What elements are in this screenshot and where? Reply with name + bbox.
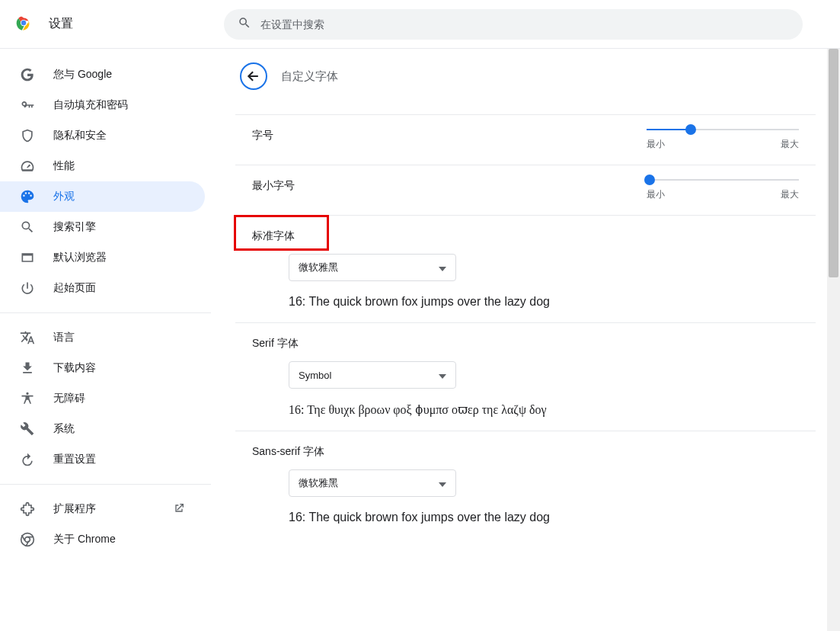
slider-max-label: 最大 — [781, 138, 799, 151]
sidebar-item-label: 语言 — [53, 331, 75, 344]
sidebar-item-system[interactable]: 系统 — [0, 414, 205, 444]
dropdown-value: Symbol — [299, 370, 331, 381]
sans-font-label: Sans-serif 字体 — [252, 445, 324, 457]
app-header: 设置 — [0, 0, 840, 49]
sidebar-item-privacy[interactable]: 隐私和安全 — [0, 120, 205, 151]
standard-font-preview: 16: The quick brown fox jumps over the l… — [289, 295, 799, 309]
sans-font-preview: 16: The quick brown fox jumps over the l… — [289, 511, 799, 524]
section-serif-font: Serif 字体 Symbol 16: Τηε θυιχκ βροων φοξ … — [235, 322, 816, 431]
browser-icon — [20, 250, 35, 265]
sidebar-item-appearance[interactable]: 外观 — [0, 181, 205, 212]
chrome-icon — [20, 532, 35, 547]
sidebar-item-reset[interactable]: 重置设置 — [0, 444, 205, 475]
sidebar-item-on-startup[interactable]: 起始页面 — [0, 273, 205, 303]
sidebar-item-search-engine[interactable]: 搜索引擎 — [0, 212, 205, 242]
google-icon — [20, 67, 35, 82]
wrench-icon — [20, 421, 35, 437]
nav-divider — [0, 312, 211, 313]
dropdown-value: 微软雅黑 — [299, 261, 338, 274]
sidebar-item-label: 搜索引擎 — [53, 220, 96, 234]
min-fontsize-label: 最小字号 — [252, 179, 295, 193]
sidebar-item-accessibility[interactable]: 无障碍 — [0, 383, 205, 414]
section-fontsize: 字号 最小 最大 — [235, 114, 816, 165]
search-input[interactable] — [260, 18, 789, 30]
scrollbar[interactable] — [827, 49, 840, 631]
sidebar-item-label: 外观 — [53, 190, 75, 203]
standard-font-label: 标准字体 — [252, 229, 295, 242]
section-standard-font: 标准字体 微软雅黑 16: The quick brown fox jumps … — [235, 215, 816, 322]
serif-font-label: Serif 字体 — [252, 337, 299, 349]
sidebar-item-label: 隐私和安全 — [53, 129, 107, 143]
sidebar-item-label: 自动填充和密码 — [53, 98, 128, 112]
svg-point-2 — [21, 21, 26, 25]
sidebar-item-label: 起始页面 — [53, 281, 96, 295]
sidebar-item-extensions[interactable]: 扩展程序 — [0, 494, 205, 524]
chevron-down-icon — [439, 478, 446, 489]
translate-icon — [20, 330, 35, 345]
key-icon — [20, 98, 35, 113]
fontsize-label: 字号 — [252, 129, 273, 143]
app-title: 设置 — [49, 16, 73, 32]
slider-max-label: 最大 — [781, 188, 799, 201]
sidebar: 您与 Google 自动填充和密码 隐私和安全 性能 外观 搜索引擎 默认浏览器 — [0, 49, 211, 631]
sidebar-item-about-chrome[interactable]: 关于 Chrome — [0, 524, 205, 555]
standard-font-select[interactable]: 微软雅黑 — [289, 254, 456, 281]
scrollbar-thumb[interactable] — [829, 49, 838, 277]
shield-icon — [20, 128, 35, 143]
sidebar-item-you-and-google[interactable]: 您与 Google — [0, 59, 205, 90]
power-icon — [20, 280, 35, 296]
chevron-down-icon — [439, 262, 446, 274]
dropdown-value: 微软雅黑 — [299, 476, 338, 490]
accessibility-icon — [20, 391, 35, 406]
gauge-icon — [20, 159, 35, 174]
extension-icon — [20, 501, 35, 517]
sans-font-select[interactable]: 微软雅黑 — [289, 469, 456, 497]
search-box[interactable] — [224, 9, 803, 40]
sidebar-item-label: 重置设置 — [53, 453, 96, 466]
sidebar-item-languages[interactable]: 语言 — [0, 322, 205, 353]
sidebar-item-label: 关于 Chrome — [53, 533, 116, 546]
search-icon — [20, 219, 35, 235]
main-content: 自定义字体 字号 最小 最大 — [211, 49, 840, 631]
sidebar-item-label: 您与 Google — [53, 68, 112, 82]
sidebar-item-label: 默认浏览器 — [53, 251, 107, 264]
slider-min-label: 最小 — [647, 138, 665, 151]
serif-font-select[interactable]: Symbol — [289, 361, 456, 389]
sidebar-item-downloads[interactable]: 下载内容 — [0, 353, 205, 383]
sidebar-item-label: 性能 — [53, 159, 75, 173]
page-title: 自定义字体 — [281, 69, 338, 84]
download-icon — [20, 360, 35, 376]
slider-min-label: 最小 — [647, 188, 665, 201]
serif-font-preview: 16: Τηε θυιχκ βροων φοξ ϕυμπσ οϖερ τηε λ… — [289, 402, 799, 417]
external-link-icon — [173, 502, 185, 517]
section-sans-font: Sans-serif 字体 微软雅黑 16: The quick brown f… — [235, 431, 816, 538]
sidebar-item-performance[interactable]: 性能 — [0, 151, 205, 181]
svg-point-4 — [25, 537, 30, 543]
reset-icon — [20, 452, 35, 467]
sidebar-item-default-browser[interactable]: 默认浏览器 — [0, 242, 205, 273]
min-fontsize-slider[interactable] — [647, 179, 799, 181]
chrome-logo-icon — [15, 14, 32, 34]
sidebar-item-label: 下载内容 — [53, 361, 96, 375]
chevron-down-icon — [439, 370, 446, 381]
fontsize-slider[interactable] — [647, 129, 799, 130]
sidebar-item-autofill[interactable]: 自动填充和密码 — [0, 90, 205, 120]
palette-icon — [20, 189, 35, 204]
search-icon — [238, 16, 251, 32]
sidebar-item-label: 无障碍 — [53, 392, 85, 405]
back-button[interactable] — [240, 62, 267, 90]
sidebar-item-label: 系统 — [53, 422, 75, 436]
sidebar-item-label: 扩展程序 — [53, 502, 96, 516]
nav-divider — [0, 484, 211, 485]
section-min-fontsize: 最小字号 最小 最大 — [235, 165, 816, 215]
